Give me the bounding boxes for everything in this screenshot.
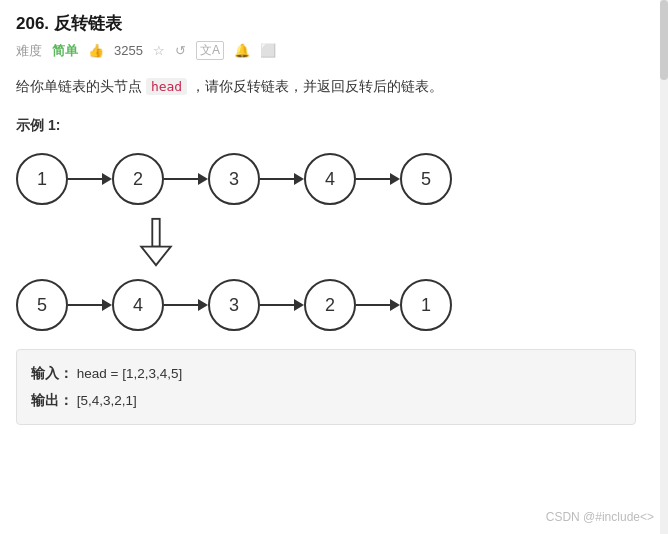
problem-title-text: 反转链表	[54, 14, 122, 33]
difficulty-value[interactable]: 简单	[52, 42, 78, 60]
node-1-after: 1	[400, 279, 452, 331]
example-io-box: 输入： head = [1,2,3,4,5] 输出： [5,4,3,2,1]	[16, 349, 636, 425]
example-title: 示例 1:	[16, 117, 652, 135]
output-line: 输出： [5,4,3,2,1]	[31, 387, 621, 414]
translate-icon[interactable]: 文A	[196, 41, 224, 60]
problem-description: 给你单链表的头节点 head ，请你反转链表，并返回反转后的链表。	[16, 74, 652, 99]
title-row: 206. 反转链表	[16, 12, 652, 35]
node-5-before: 5	[400, 153, 452, 205]
bookmark-icon[interactable]: ⬜	[260, 43, 276, 58]
page-container: 206. 反转链表 难度 简单 👍 3255 ☆ ↺ 文A 🔔 ⬜ 给你单链表的…	[0, 0, 668, 534]
input-label: 输入：	[31, 366, 73, 381]
node-3-before: 3	[208, 153, 260, 205]
down-arrow-svg	[136, 217, 176, 267]
node-2-before: 2	[112, 153, 164, 205]
head-code: head	[146, 78, 187, 95]
thumbs-up-icon[interactable]: 👍	[88, 43, 104, 58]
meta-row: 难度 简单 👍 3255 ☆ ↺ 文A 🔔 ⬜	[16, 41, 652, 60]
node-2-after: 2	[304, 279, 356, 331]
output-label: 输出：	[31, 393, 73, 408]
difficulty-label: 难度	[16, 42, 42, 60]
down-arrow-container	[136, 217, 176, 267]
scrollbar-track[interactable]	[660, 0, 668, 534]
diagram-area: 1 2 3 4 5 5 4 3 2	[16, 149, 652, 335]
svg-marker-1	[141, 247, 171, 266]
list-after-row: 5 4 3 2 1	[16, 279, 452, 331]
node-1-before: 1	[16, 153, 68, 205]
node-5-after: 5	[16, 279, 68, 331]
problem-number: 206.	[16, 14, 49, 33]
bell-icon[interactable]: 🔔	[234, 43, 250, 58]
problem-title: 206. 反转链表	[16, 12, 122, 35]
node-3-after: 3	[208, 279, 260, 331]
star-icon[interactable]: ☆	[153, 43, 165, 58]
refresh-icon[interactable]: ↺	[175, 43, 186, 58]
svg-rect-0	[152, 219, 159, 247]
input-value: head = [1,2,3,4,5]	[77, 366, 182, 381]
desc-before: 给你单链表的头节点	[16, 78, 142, 94]
node-4-after: 4	[112, 279, 164, 331]
input-line: 输入： head = [1,2,3,4,5]	[31, 360, 621, 387]
scrollbar-thumb[interactable]	[660, 0, 668, 80]
node-4-before: 4	[304, 153, 356, 205]
desc-after: ，请你反转链表，并返回反转后的链表。	[191, 78, 443, 94]
list-before-row: 1 2 3 4 5	[16, 153, 452, 205]
output-value: [5,4,3,2,1]	[77, 393, 137, 408]
like-count: 3255	[114, 43, 143, 58]
csdn-watermark: CSDN @#include<>	[546, 510, 654, 524]
